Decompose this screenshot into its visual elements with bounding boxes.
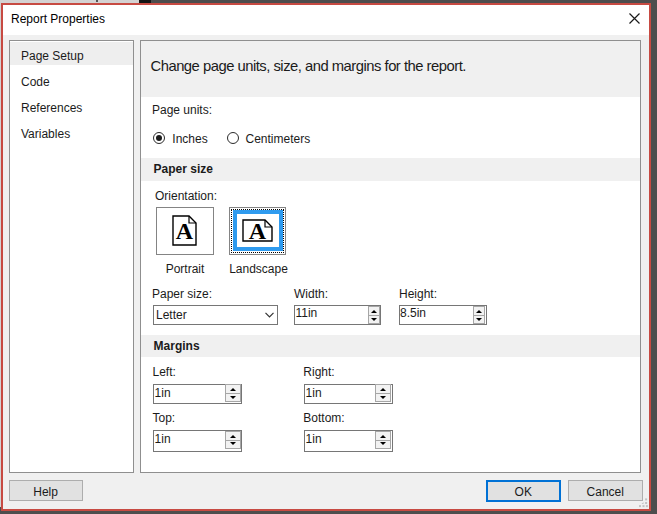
svg-text:A: A bbox=[176, 217, 194, 243]
svg-text:A: A bbox=[248, 219, 266, 242]
